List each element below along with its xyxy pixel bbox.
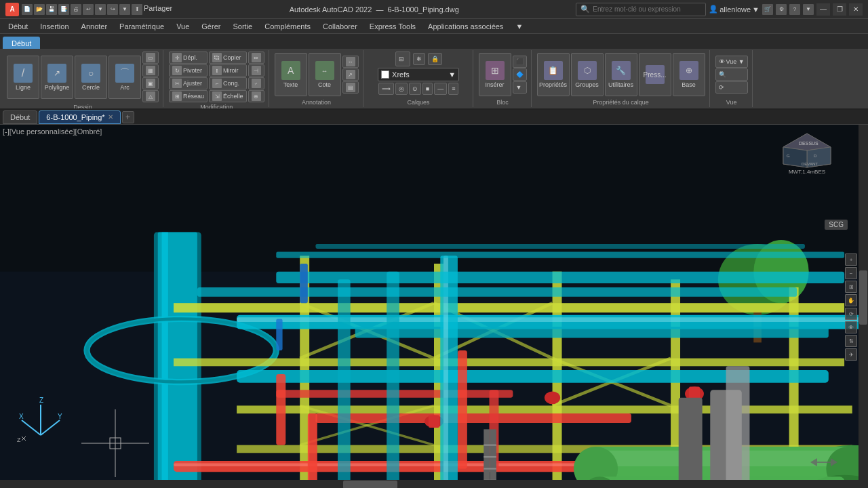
array-button[interactable]: ⊞Réseau — [169, 90, 208, 102]
store-icon[interactable]: 🛒 — [762, 4, 773, 15]
open-icon[interactable]: 📂 — [34, 4, 45, 15]
scrollbar-v-thumb[interactable] — [859, 270, 867, 325]
undo-icon[interactable]: ↩ — [83, 4, 94, 15]
gradient-button[interactable]: ▣ — [142, 77, 159, 89]
scale-button[interactable]: ⇲Échelle — [209, 90, 247, 102]
move-button[interactable]: ✛Dépl. — [169, 52, 208, 64]
vp-orbit[interactable]: ⟳ — [845, 308, 857, 320]
cote-button[interactable]: ↔ Cote — [309, 53, 341, 96]
doc-tab-piping[interactable]: 6-B-1000_Piping* ✕ — [39, 110, 120, 124]
polyligne-button[interactable]: ↗ Polyligne — [41, 56, 73, 99]
add-doc-tab[interactable]: + — [122, 111, 134, 123]
rectangle-button[interactable]: ▭ — [142, 52, 159, 64]
scrollbar-horizontal[interactable] — [0, 480, 859, 488]
color-button[interactable]: ■ — [422, 83, 433, 95]
menu-express-tools[interactable]: Express Tools — [364, 21, 421, 32]
redo-icon[interactable]: ↪ — [107, 4, 118, 15]
menu-collaborer[interactable]: Collaborer — [317, 21, 363, 32]
proprietes-button[interactable]: 📋 Propriétés — [537, 53, 570, 96]
fillet-button[interactable]: ⌐Cong. — [209, 77, 247, 89]
dim-linear-button[interactable]: ↔ — [342, 56, 359, 68]
menu-sortie[interactable]: Sortie — [227, 21, 258, 32]
mirror-button[interactable]: ⫿Miroir — [209, 64, 247, 77]
lineweight-button[interactable]: ≡ — [448, 83, 458, 95]
calque-freeze-button[interactable]: ❄ — [413, 53, 425, 65]
menu-more[interactable]: ▼ — [510, 21, 528, 32]
partager-label[interactable]: Partager — [144, 4, 172, 15]
xrefs-dropdown[interactable]: Xrefs ▼ — [378, 68, 459, 81]
extend-button[interactable]: ⊣ — [248, 64, 264, 77]
partager-icon[interactable]: ⬆ — [132, 4, 142, 15]
search-bar[interactable]: 🔍 — [576, 3, 706, 16]
help-dropdown[interactable]: ▼ — [803, 4, 814, 15]
cercle-button[interactable]: ○ Cercle — [75, 56, 107, 99]
save-icon[interactable]: 💾 — [46, 4, 57, 15]
freeze-vp-button[interactable]: ⊙ — [409, 83, 421, 95]
account-icon[interactable]: ⚙ — [776, 4, 787, 15]
vp-zoom-in[interactable]: + — [845, 253, 857, 266]
more-bloc-button[interactable]: ▼ — [513, 81, 527, 94]
zoom-button[interactable]: 🔍 — [715, 68, 748, 81]
piping-tab-close[interactable]: ✕ — [108, 113, 113, 121]
copy-button[interactable]: ⿻Copier — [209, 52, 247, 64]
menu-insertion[interactable]: Insertion — [35, 21, 74, 32]
save-as-icon[interactable]: 📑 — [58, 4, 69, 15]
scrollbar-vertical[interactable] — [859, 125, 868, 488]
vp-pan[interactable]: ✋ — [845, 294, 857, 306]
menu-complements[interactable]: Compléments — [259, 21, 316, 32]
tab-debut[interactable]: Début — [3, 37, 40, 49]
nav-cube[interactable]: DESSUS D G DEVANT MWT.1.4mBES — [780, 130, 834, 171]
orbit-button[interactable]: ⟳ — [715, 81, 748, 94]
break-button[interactable]: ⌿ — [248, 77, 264, 89]
menu-debut[interactable]: Début — [3, 21, 33, 32]
close-button[interactable]: ✕ — [849, 3, 863, 16]
isolate-button[interactable]: ◎ — [395, 83, 408, 95]
restore-button[interactable]: ❐ — [833, 3, 846, 16]
match-button[interactable]: ⟹ — [378, 83, 394, 95]
base-button[interactable]: ⊕ Base — [673, 53, 705, 96]
vp-fly[interactable]: ✈ — [845, 348, 857, 361]
vp-zoom-extent[interactable]: ⊞ — [845, 281, 857, 293]
rotate-button[interactable]: ↻Pivoter — [169, 64, 208, 77]
help-icon[interactable]: ? — [789, 4, 800, 15]
new-icon[interactable]: 📄 — [22, 4, 33, 15]
menu-annoter[interactable]: Annoter — [76, 21, 113, 32]
bloc-label: Bloc — [496, 98, 509, 106]
calque-manager-button[interactable]: ⊟ — [395, 52, 410, 66]
hatch-button[interactable]: ▦ — [142, 64, 159, 77]
def-bloc-button[interactable]: 🔷 — [513, 68, 527, 81]
region-button[interactable]: △ — [142, 90, 159, 102]
vue-presets-button[interactable]: 👁Vue ▼ — [715, 56, 748, 68]
scrollbar-h-thumb[interactable] — [343, 481, 397, 488]
vp-zoom-out[interactable]: − — [845, 267, 857, 279]
inserer-button[interactable]: ⊞ Insérer — [479, 53, 511, 96]
user-area: 👤 allenlowe ▼ — [709, 5, 760, 14]
press-button[interactable]: Press... — [639, 53, 671, 96]
search-input[interactable] — [593, 5, 701, 13]
leader-button[interactable]: ↗ — [342, 68, 359, 81]
linetype-button[interactable]: — — [434, 83, 447, 95]
explode-button[interactable]: ⊕ — [248, 90, 264, 102]
menu-applications[interactable]: Applications associées — [422, 21, 509, 32]
ligne-button[interactable]: / Ligne — [7, 56, 39, 99]
stretch-button[interactable]: ⇔ — [248, 52, 264, 64]
minimize-button[interactable]: — — [816, 3, 830, 16]
redo-dropdown-icon[interactable]: ▼ — [119, 4, 130, 15]
trim-button[interactable]: ✂Ajuster — [169, 77, 208, 89]
undo-dropdown-icon[interactable]: ▼ — [95, 4, 106, 15]
arc-button[interactable]: ⌒ Arc — [108, 56, 141, 99]
vp-look[interactable]: 👁 — [845, 321, 857, 333]
utilitaires-button[interactable]: 🔧 Utilitaires — [605, 53, 637, 96]
vp-walk[interactable]: ⇅ — [845, 335, 857, 347]
texte-button[interactable]: A Texte — [275, 53, 307, 96]
user-dropdown[interactable]: ▼ — [752, 5, 760, 14]
menu-gerer[interactable]: Gérer — [196, 21, 226, 32]
table-button[interactable]: ▤ — [342, 81, 359, 94]
menu-parametrique[interactable]: Paramétrique — [114, 21, 170, 32]
groupes-button[interactable]: ⬡ Groupes — [571, 53, 604, 96]
calque-lock-button[interactable]: 🔒 — [428, 53, 442, 65]
doc-tab-debut[interactable]: Début — [3, 110, 37, 124]
creer-bloc-button[interactable]: ⬛ — [513, 56, 527, 68]
print-icon[interactable]: 🖨 — [71, 4, 81, 15]
menu-vue[interactable]: Vue — [171, 21, 195, 32]
